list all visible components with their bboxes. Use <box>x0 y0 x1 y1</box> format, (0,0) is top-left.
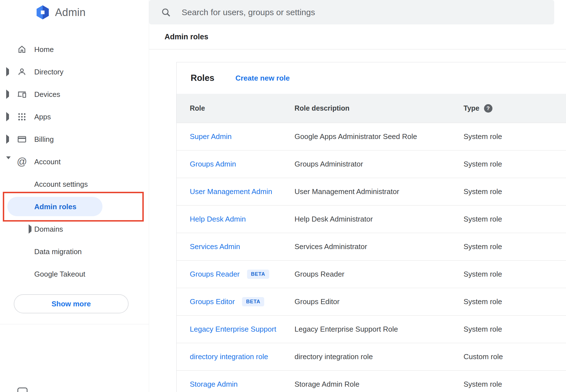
sidebar-item-google-takeout[interactable]: Google Takeout <box>0 263 149 285</box>
admin-logo: Admin <box>35 5 86 20</box>
sidebar-item-devices[interactable]: Devices <box>0 83 149 106</box>
sidebar-item-domains[interactable]: Domains <box>0 218 149 240</box>
role-description: Services Administrator <box>295 242 464 251</box>
main-content: Admin roles Roles Create new role Role R… <box>149 0 566 392</box>
table-row: Groups Admin Groups Administrator System… <box>177 150 566 178</box>
sidebar-item-account-settings[interactable]: Account settings <box>0 173 149 195</box>
sidebar-divider <box>0 324 149 324</box>
sidebar-item-label: Billing <box>34 135 54 144</box>
role-link[interactable]: Services Admin <box>190 242 240 251</box>
table-row: Groups Editor BETA Groups Editor System … <box>177 288 566 315</box>
role-type: System role <box>464 242 566 251</box>
beta-badge: BETA <box>242 297 264 306</box>
table-row: directory integration role directory int… <box>177 343 566 370</box>
role-description: User Management Administrator <box>295 187 464 196</box>
role-type: System role <box>464 187 566 196</box>
sidebar-item-label: Data migration <box>34 247 82 256</box>
roles-card-header: Roles Create new role <box>177 62 566 94</box>
devices-icon <box>17 89 27 99</box>
role-link[interactable]: Super Admin <box>190 132 232 141</box>
sidebar-item-label: Apps <box>34 113 51 121</box>
role-link[interactable]: Groups Reader <box>190 270 240 279</box>
home-icon <box>17 44 27 54</box>
role-description: directory integration role <box>295 352 464 361</box>
roles-title: Roles <box>191 73 214 83</box>
sidebar-item-apps[interactable]: Apps <box>0 106 149 128</box>
table-header-row: Role Role description Type ? <box>177 94 566 123</box>
column-header-description: Role description <box>295 104 464 112</box>
sidebar-header: Admin <box>0 0 149 25</box>
sidebar-item-billing[interactable]: Billing <box>0 128 149 151</box>
breadcrumb: Admin roles <box>165 33 208 41</box>
role-description: Groups Editor <box>295 297 464 306</box>
table-row: Storage Admin Storage Admin Role System … <box>177 370 566 392</box>
role-type: System role <box>464 270 566 279</box>
role-type: Custom role <box>464 352 566 361</box>
admin-logo-icon <box>35 5 50 20</box>
chevron-down-icon[interactable] <box>6 159 11 164</box>
table-row: Legacy Enterprise Support Legacy Enterpr… <box>177 315 566 343</box>
chevron-right-icon[interactable] <box>29 227 31 232</box>
sidebar-item-label: Admin roles <box>34 202 76 211</box>
sidebar-item-directory[interactable]: Directory <box>0 61 149 83</box>
sidebar-item-label: Devices <box>34 90 60 99</box>
table-row: User Management Admin User Management Ad… <box>177 178 566 205</box>
sidebar-item-label: Home <box>34 45 54 54</box>
sidebar-item-label: Account settings <box>34 180 88 189</box>
sidebar-item-label: Directory <box>34 68 63 76</box>
role-link[interactable]: Help Desk Admin <box>190 215 246 224</box>
table-row: Super Admin Google Apps Administrator Se… <box>177 123 566 150</box>
search-input[interactable] <box>182 8 554 17</box>
at-icon: @ <box>17 157 27 167</box>
partial-nav-icon <box>17 388 28 392</box>
table-row: Groups Reader BETA Groups Reader System … <box>177 260 566 288</box>
sidebar-item-account[interactable]: @ Account <box>0 151 149 173</box>
sidebar-nav: Home Directory Devices <box>0 38 149 285</box>
chevron-right-icon[interactable] <box>6 69 9 74</box>
role-description: Google Apps Administrator Seed Role <box>295 132 464 141</box>
role-link[interactable]: Legacy Enterprise Support <box>190 325 276 334</box>
role-link[interactable]: Groups Editor <box>190 297 235 306</box>
role-link[interactable]: Groups Admin <box>190 160 236 168</box>
role-type: System role <box>464 132 566 141</box>
sidebar-item-label: Account <box>34 158 61 166</box>
search-icon <box>161 7 171 17</box>
sidebar-item-admin-roles[interactable]: Admin roles <box>0 195 149 218</box>
person-icon <box>17 67 27 77</box>
chevron-right-icon[interactable] <box>6 137 9 142</box>
sidebar-item-data-migration[interactable]: Data migration <box>0 240 149 263</box>
chevron-right-icon[interactable] <box>6 92 9 97</box>
show-more-button[interactable]: Show more <box>14 294 129 313</box>
chevron-right-icon[interactable] <box>6 114 9 119</box>
role-description: Legacy Enterprise Support Role <box>295 325 464 334</box>
column-header-role: Role <box>177 104 295 112</box>
role-link[interactable]: Storage Admin <box>190 380 238 389</box>
role-link[interactable]: directory integration role <box>190 352 268 361</box>
credit-card-icon <box>17 134 27 144</box>
sidebar-item-label: Google Takeout <box>34 270 85 279</box>
table-row: Services Admin Services Administrator Sy… <box>177 233 566 260</box>
role-type: System role <box>464 215 566 224</box>
help-icon[interactable]: ? <box>484 104 492 113</box>
role-type: System role <box>464 325 566 334</box>
create-new-role-link[interactable]: Create new role <box>235 74 290 83</box>
apps-grid-icon <box>17 112 27 122</box>
role-description: Groups Administrator <box>295 160 464 168</box>
roles-card: Roles Create new role Role Role descript… <box>176 62 566 392</box>
breadcrumb-bar: Admin roles <box>149 24 566 49</box>
role-description: Groups Reader <box>295 270 464 279</box>
sidebar-item-label: Domains <box>34 225 63 234</box>
role-description: Storage Admin Role <box>295 380 464 389</box>
beta-badge: BETA <box>247 270 269 279</box>
sidebar: Admin Home Directory <box>0 0 149 392</box>
role-type: System role <box>464 297 566 306</box>
role-description: Help Desk Administrator <box>295 215 464 224</box>
role-link[interactable]: User Management Admin <box>190 187 272 196</box>
search-bar[interactable] <box>149 0 554 24</box>
column-header-type: Type ? <box>464 104 566 113</box>
role-type: System role <box>464 380 566 389</box>
table-row: Help Desk Admin Help Desk Administrator … <box>177 205 566 233</box>
app-title: Admin <box>55 6 86 19</box>
role-type: System role <box>464 160 566 168</box>
sidebar-item-home[interactable]: Home <box>0 38 149 61</box>
